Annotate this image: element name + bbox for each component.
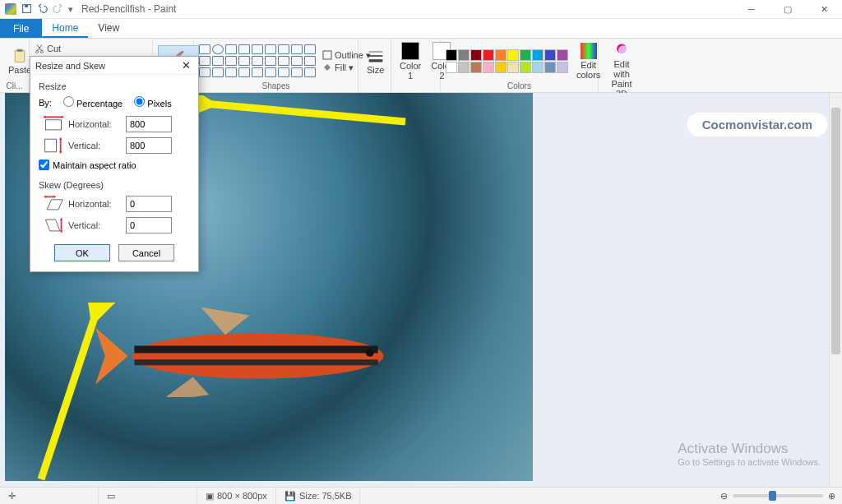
shapes-group-label: Shapes <box>199 81 353 90</box>
tab-home[interactable]: Home <box>42 19 88 38</box>
svg-rect-12 <box>581 43 597 59</box>
activate-windows-watermark: Activate Windows Go to Settings to activ… <box>678 441 821 467</box>
tab-view[interactable]: View <box>88 19 129 38</box>
dimensions-icon: ▣ <box>206 491 214 502</box>
dialog-close-icon[interactable]: ✕ <box>178 59 193 72</box>
color-palette[interactable] <box>446 49 568 73</box>
zoom-control[interactable]: ⊖ ⊕ <box>714 491 842 502</box>
color1-button[interactable]: Color 1 <box>396 40 424 82</box>
svg-point-14 <box>618 45 628 55</box>
palette-swatch[interactable] <box>507 62 519 73</box>
svg-rect-3 <box>17 49 23 51</box>
cursor-icon: ✛ <box>8 491 16 502</box>
by-label: By: <box>39 98 52 108</box>
palette-swatch[interactable] <box>507 49 519 61</box>
palette-swatch[interactable] <box>557 62 568 73</box>
scrollbar-thumb[interactable] <box>831 108 840 354</box>
resize-horizontal-input[interactable] <box>126 116 172 132</box>
resize-horizontal-icon <box>39 115 68 133</box>
colors-group-label: Colors <box>446 81 593 90</box>
palette-swatch[interactable] <box>520 49 531 61</box>
palette-swatch[interactable] <box>446 62 457 73</box>
maintain-aspect-checkbox[interactable]: Maintain aspect ratio <box>39 160 190 170</box>
tab-file[interactable]: File <box>0 19 42 38</box>
save-icon[interactable] <box>21 3 32 16</box>
palette-swatch[interactable] <box>470 49 482 61</box>
resize-horizontal-label: Horizontal: <box>68 119 126 129</box>
zoom-slider[interactable] <box>733 494 823 497</box>
zoom-in-icon[interactable]: ⊕ <box>828 491 835 502</box>
shapes-gallery[interactable] <box>199 44 316 77</box>
svg-point-15 <box>132 333 383 378</box>
size-button[interactable]: Size <box>363 46 387 76</box>
svg-rect-19 <box>45 120 61 130</box>
svg-line-18 <box>41 312 96 479</box>
palette-swatch[interactable] <box>544 49 556 61</box>
palette-swatch[interactable] <box>446 49 457 61</box>
paste-label: Paste <box>8 65 31 75</box>
svg-rect-21 <box>45 139 57 152</box>
vertical-scrollbar[interactable] <box>829 93 842 487</box>
palette-swatch[interactable] <box>470 62 482 73</box>
redo-icon[interactable] <box>53 3 63 16</box>
percentage-radio[interactable]: Percentage <box>63 96 123 109</box>
undo-icon[interactable] <box>37 3 48 16</box>
skew-horizontal-input[interactable] <box>126 196 172 212</box>
status-bar: ✛ ▭ ▣ 800 × 800px 💾 Size: 75,5KB ⊖ ⊕ <box>0 487 842 504</box>
paint3d-button[interactable]: Edit with Paint 3D <box>604 40 640 100</box>
palette-swatch[interactable] <box>544 62 556 73</box>
resize-group-label: Resize <box>39 81 190 91</box>
canvas-image-fish <box>95 298 420 397</box>
status-filesize: 💾 Size: 75,5KB <box>276 488 361 504</box>
palette-swatch[interactable] <box>520 62 531 73</box>
palette-swatch[interactable] <box>458 62 470 73</box>
svg-point-16 <box>366 349 374 357</box>
resize-vertical-input[interactable] <box>126 137 172 154</box>
status-cursor-pos: ✛ <box>0 488 99 504</box>
palette-swatch[interactable] <box>458 49 470 61</box>
annotation-arrow-top <box>179 95 409 128</box>
svg-line-17 <box>204 104 405 122</box>
skew-vertical-input[interactable] <box>126 217 172 234</box>
dialog-title: Resize and Skew <box>35 61 105 71</box>
zoom-slider-thumb[interactable] <box>769 491 776 501</box>
palette-swatch[interactable] <box>495 62 507 73</box>
window-titlebar: ▾ Red-Pencilfish - Paint ─ ▢ ✕ <box>0 0 842 19</box>
close-button[interactable]: ✕ <box>806 0 842 19</box>
pixels-radio[interactable]: Pixels <box>134 96 171 109</box>
palette-swatch[interactable] <box>557 49 568 61</box>
dialog-titlebar[interactable]: Resize and Skew ✕ <box>30 57 198 75</box>
ok-button[interactable]: OK <box>54 244 110 261</box>
zoom-out-icon[interactable]: ⊖ <box>720 491 728 502</box>
status-dimensions: ▣ 800 × 800px <box>197 488 276 504</box>
maximize-button[interactable]: ▢ <box>770 0 806 19</box>
ribbon-tabs: File Home View <box>0 19 842 39</box>
minimize-button[interactable]: ─ <box>733 0 770 19</box>
skew-vertical-label: Vertical: <box>68 220 126 230</box>
annotation-arrow-bottom <box>33 303 115 483</box>
disk-icon: 💾 <box>285 491 296 502</box>
cancel-button[interactable]: Cancel <box>118 244 174 261</box>
skew-horizontal-icon <box>39 195 68 213</box>
skew-horizontal-label: Horizontal: <box>68 199 126 209</box>
resize-vertical-label: Vertical: <box>68 141 126 150</box>
svg-rect-2 <box>15 50 25 62</box>
palette-swatch[interactable] <box>532 62 544 73</box>
svg-rect-8 <box>323 51 331 59</box>
selection-icon: ▭ <box>107 491 115 502</box>
palette-swatch[interactable] <box>532 49 544 61</box>
clipboard-group-label: Cli... <box>5 81 24 90</box>
qat-customize-icon[interactable]: ▾ <box>68 4 73 15</box>
resize-vertical-icon <box>39 136 68 155</box>
resize-skew-dialog: Resize and Skew ✕ Resize By: Percentage … <box>30 56 199 272</box>
svg-rect-1 <box>25 4 28 7</box>
quick-access-toolbar: ▾ <box>0 3 78 16</box>
app-icon <box>5 3 16 15</box>
palette-swatch[interactable] <box>495 49 507 61</box>
cut-button[interactable]: Cut <box>35 44 61 53</box>
window-title: Red-Pencilfish - Paint <box>78 3 733 15</box>
palette-swatch[interactable] <box>483 62 494 73</box>
palette-swatch[interactable] <box>483 49 494 61</box>
skew-vertical-icon <box>39 216 68 234</box>
skew-group-label: Skew (Degrees) <box>39 180 190 190</box>
